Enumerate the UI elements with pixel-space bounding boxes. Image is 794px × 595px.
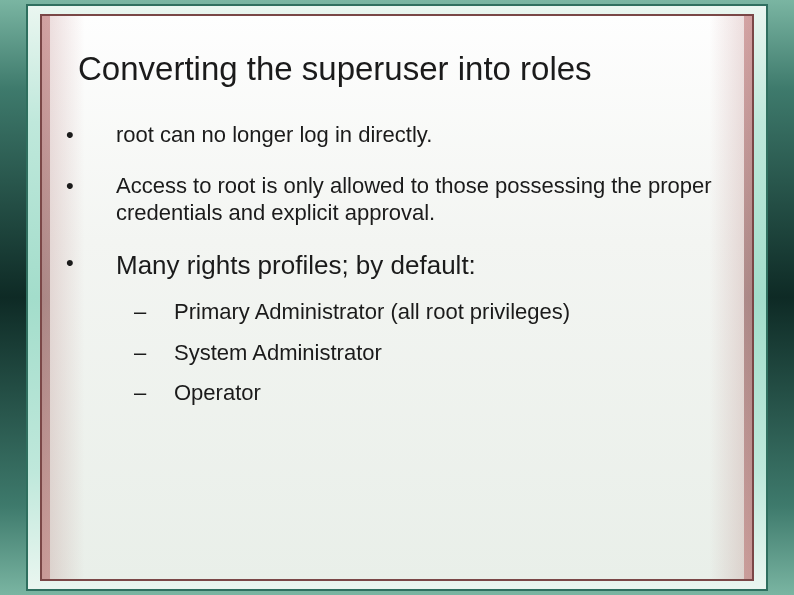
sub-bullet-item: Primary Administrator (all root privileg… — [116, 298, 720, 327]
sub-bullet-text: Primary Administrator (all root privileg… — [174, 299, 570, 324]
bullet-text: Access to root is only allowed to those … — [116, 173, 712, 225]
sub-bullet-list: Primary Administrator (all root privileg… — [116, 298, 720, 408]
bullet-item: Access to root is only allowed to those … — [58, 173, 740, 227]
slide-content: Converting the superuser into roles root… — [58, 20, 740, 575]
bullet-text: Many rights profiles; by default: — [116, 250, 476, 280]
sub-bullet-text: Operator — [174, 380, 261, 405]
bullet-item: Many rights profiles; by default: Primar… — [58, 250, 740, 408]
slide-title: Converting the superuser into roles — [78, 50, 740, 88]
sub-bullet-item: System Administrator — [116, 339, 720, 368]
slide-stage: Converting the superuser into roles root… — [0, 0, 794, 595]
sub-bullet-text: System Administrator — [174, 340, 382, 365]
bullet-item: root can no longer log in directly. — [58, 122, 740, 149]
sub-bullet-item: Operator — [116, 379, 720, 408]
bullet-list: root can no longer log in directly. Acce… — [58, 122, 740, 408]
bullet-text: root can no longer log in directly. — [116, 122, 432, 147]
